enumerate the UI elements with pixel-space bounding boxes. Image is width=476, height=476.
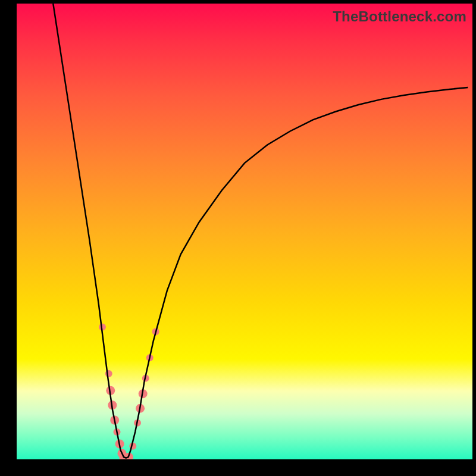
markers-group [99, 324, 159, 459]
chart-frame: TheBottleneck.com [0, 0, 476, 476]
chart-svg [17, 4, 472, 459]
data-marker [105, 370, 112, 377]
bottleneck-curve [53, 4, 468, 458]
plot-area: TheBottleneck.com [17, 4, 472, 459]
